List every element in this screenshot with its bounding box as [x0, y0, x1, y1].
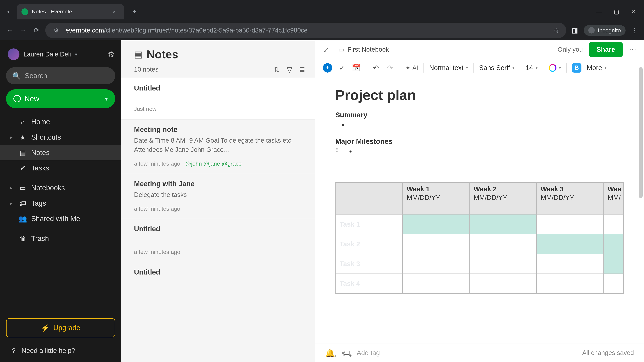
task-icon[interactable]: ✓: [338, 64, 346, 72]
plan-table[interactable]: Week 1MM/DD/YYWeek 2MM/DD/YYWeek 3MM/DD/…: [335, 182, 624, 294]
table-cell[interactable]: [536, 254, 604, 274]
table-row[interactable]: Task 3: [336, 254, 624, 274]
sidebar-item-tags[interactable]: ▸🏷 Tags: [0, 196, 121, 211]
sidebar-item-trash[interactable]: 🗑 Trash: [0, 231, 121, 246]
section-heading[interactable]: Major Milestones: [335, 137, 624, 145]
notebook-selector[interactable]: ▭ First Notebook: [338, 46, 389, 53]
upgrade-button[interactable]: ⚡ Upgrade: [6, 318, 115, 337]
table-cell[interactable]: [470, 274, 536, 294]
font-family-select[interactable]: Sans Serif▾: [479, 64, 515, 71]
chevron-down-icon[interactable]: ▾: [75, 52, 77, 57]
table-cell[interactable]: [604, 214, 624, 234]
window-menu-button[interactable]: ▾: [4, 7, 12, 16]
bullet-item[interactable]: [347, 121, 624, 130]
table-header[interactable]: Week 3MM/DD/YY: [536, 183, 604, 214]
user-name[interactable]: Lauren Dale Deli: [24, 51, 71, 58]
sidebar-item-notes[interactable]: ▤ Notes: [0, 145, 121, 160]
table-cell[interactable]: [604, 234, 624, 254]
add-tag-input[interactable]: Add tag: [357, 349, 380, 357]
more-actions-icon[interactable]: ⋯: [629, 45, 636, 54]
search-input[interactable]: 🔍 Search: [6, 67, 115, 84]
close-tab-icon[interactable]: ×: [112, 8, 116, 15]
scrollbar[interactable]: [639, 67, 643, 342]
table-header[interactable]: [336, 183, 402, 214]
note-title[interactable]: Project plan: [335, 87, 624, 103]
table-cell[interactable]: [402, 254, 470, 274]
site-info-icon[interactable]: ⚙: [52, 26, 60, 34]
table-cell[interactable]: [402, 274, 470, 294]
table-header[interactable]: Week 2MM/DD/YY: [470, 183, 536, 214]
address-bar[interactable]: ⚙ evernote.com/client/web?login=true#/no…: [45, 23, 566, 38]
reload-button[interactable]: ⟳: [32, 26, 41, 35]
close-window-icon[interactable]: ✕: [631, 8, 636, 15]
table-cell[interactable]: [470, 234, 536, 254]
bookmark-star-icon[interactable]: ☆: [553, 26, 560, 34]
undo-icon[interactable]: ↶: [372, 64, 380, 72]
table-row-header[interactable]: Task 3: [336, 254, 402, 274]
sort-icon[interactable]: ⇅: [274, 65, 280, 74]
document-body[interactable]: Project plan Summary Major Milestones ⠿ …: [315, 77, 644, 344]
more-format-select[interactable]: More▾: [587, 64, 606, 71]
table-row[interactable]: Task 2: [336, 234, 624, 254]
visibility-label[interactable]: Only you: [558, 46, 583, 53]
maximize-icon[interactable]: ▢: [614, 8, 619, 15]
table-cell[interactable]: [402, 214, 470, 234]
minimize-icon[interactable]: ―: [596, 8, 602, 15]
view-mode-icon[interactable]: ≣: [299, 65, 305, 74]
expand-icon[interactable]: ▸: [10, 135, 14, 140]
table-row-header[interactable]: Task 4: [336, 274, 402, 294]
table-cell[interactable]: [402, 234, 470, 254]
table-row-header[interactable]: Task 1: [336, 214, 402, 234]
share-button[interactable]: Share: [589, 42, 623, 57]
forward-button: →: [18, 26, 28, 35]
sidebar-item-notebooks[interactable]: ▸▭ Notebooks: [0, 180, 121, 196]
table-row[interactable]: Task 1: [336, 214, 624, 234]
help-link[interactable]: ？ Need a little help?: [0, 341, 121, 362]
table-cell[interactable]: [536, 234, 604, 254]
text-style-select[interactable]: Normal text▾: [429, 64, 468, 71]
font-size-select[interactable]: 14▾: [526, 64, 538, 71]
side-panel-icon[interactable]: ◨: [570, 26, 580, 35]
highlight-button[interactable]: B: [572, 63, 582, 72]
section-heading[interactable]: Summary: [335, 111, 624, 119]
note-card[interactable]: Meeting noteDate & Time 8 AM- 9 AM Goal …: [121, 119, 315, 174]
table-cell[interactable]: [604, 254, 624, 274]
table-row-header[interactable]: Task 2: [336, 234, 402, 254]
insert-button[interactable]: +: [323, 63, 332, 72]
add-tag-icon[interactable]: 🏷+: [342, 348, 350, 358]
sidebar-item-shortcuts[interactable]: ▸★ Shortcuts: [0, 130, 121, 145]
avatar[interactable]: [8, 48, 20, 60]
chevron-down-icon[interactable]: ▾: [105, 95, 108, 102]
expand-icon[interactable]: ▸: [10, 201, 14, 206]
sidebar-item-home[interactable]: ⌂ Home: [0, 114, 121, 130]
note-card[interactable]: UntitledJust now: [121, 78, 315, 119]
table-cell[interactable]: [604, 274, 624, 294]
note-card[interactable]: Untitleda few minutes ago: [121, 219, 315, 262]
browser-menu-icon[interactable]: ⋮: [630, 26, 639, 35]
text-color-select[interactable]: ▾: [549, 64, 561, 72]
calendar-icon[interactable]: 📅: [352, 64, 360, 72]
table-header[interactable]: WeeMM/: [604, 183, 624, 214]
table-cell[interactable]: [470, 214, 536, 234]
filter-icon[interactable]: ▽: [286, 65, 292, 74]
table-cell[interactable]: [470, 254, 536, 274]
table-row[interactable]: Task 4: [336, 274, 624, 294]
new-note-button[interactable]: + New ▾: [6, 89, 115, 108]
expand-icon[interactable]: ▸: [10, 185, 14, 191]
settings-gear-icon[interactable]: ⚙: [108, 50, 114, 59]
back-button[interactable]: ←: [5, 26, 14, 35]
table-header[interactable]: Week 1MM/DD/YY: [402, 183, 470, 214]
incognito-badge[interactable]: Incognito: [584, 25, 626, 36]
table-cell[interactable]: [536, 274, 604, 294]
drag-handle-icon[interactable]: ⠿: [335, 147, 341, 153]
ai-button[interactable]: ✦ AI: [405, 64, 418, 71]
browser-tab[interactable]: Notes - Evernote ×: [17, 4, 124, 19]
sidebar-item-tasks[interactable]: ✔ Tasks: [0, 160, 121, 176]
reminder-icon[interactable]: 🔔+: [325, 348, 335, 358]
sidebar-item-shared[interactable]: 👥 Shared with Me: [0, 211, 121, 226]
note-card[interactable]: Meeting with JaneDelegate the tasksa few…: [121, 174, 315, 219]
table-cell[interactable]: [536, 214, 604, 234]
note-card[interactable]: Untitled: [121, 262, 315, 299]
expand-note-icon[interactable]: ⤢: [323, 45, 329, 54]
new-tab-button[interactable]: +: [131, 8, 138, 15]
